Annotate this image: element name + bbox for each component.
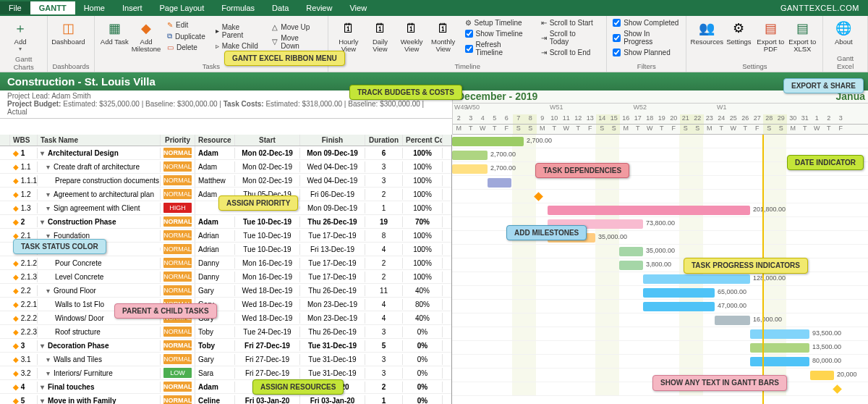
col-priority[interactable]: Priority (161, 135, 195, 146)
daily-view-button[interactable]: 🗓Daily View (365, 18, 396, 57)
gantt-bar[interactable] (750, 343, 809, 353)
callout-ribbon: GANTT EXCEL RIBBON MENU (224, 51, 345, 66)
callout-bartext: SHOW ANY TEXT IN GANTT BARS (652, 375, 787, 391)
gantt-bar[interactable] (619, 247, 643, 256)
table-row[interactable]: ◆ 1.1.1 Prepare construction documents N… (0, 174, 451, 188)
table-row[interactable]: ◆ 2.1.2 Pour Concrete NORMAL Danny Mon 1… (0, 256, 451, 270)
calendar-icon: 🗓 (372, 20, 389, 37)
gantt-bar[interactable] (810, 371, 834, 380)
make-parent-button[interactable]: ▸Make Parent (213, 22, 265, 40)
move-down-button[interactable]: ▽Move Down (270, 33, 320, 51)
callout-progress: TASK PROGRESS INDICATORS (684, 258, 808, 274)
tab-page-layout[interactable]: Page Layout (150, 1, 213, 14)
table-header: WBS Task Name Priority Resource Start Fi… (0, 135, 451, 146)
gantt-bar[interactable] (452, 151, 488, 160)
monthly-view-button[interactable]: 🗓Monthly View (427, 18, 459, 57)
duplicate-button[interactable]: ⧉Duplicate (165, 31, 208, 41)
gantt-bar[interactable] (452, 137, 524, 146)
gantt-milestone[interactable] (833, 384, 842, 394)
col-start[interactable]: Start (235, 135, 300, 146)
milestone-icon: ◆ (137, 20, 155, 37)
gantt-bar[interactable] (715, 316, 750, 325)
gantt-bar[interactable] (452, 164, 488, 174)
about-icon: 🌐 (835, 20, 852, 37)
brand-label: GANTTEXCEL.COM (780, 4, 868, 12)
table-row[interactable]: ◆ 3 ▾Decoration Phase NORMAL Toby Fri 27… (0, 339, 451, 353)
dashboard-button[interactable]: ◫Dashboard (52, 18, 84, 47)
show-inprogress-check[interactable]: Show In Progress (611, 29, 681, 46)
plus-icon: ＋ (12, 20, 29, 37)
callout-deps: TASK DEPENDENCIES (535, 163, 629, 178)
add-milestone-button[interactable]: ◆Add Milestone (130, 18, 162, 55)
tab-view[interactable]: View (341, 1, 375, 14)
table-row[interactable]: ◆ 2.2.1 Walls to 1st Flo NORMAL Gary Wed… (0, 298, 451, 311)
add-task-button[interactable]: ▦Add Task (99, 18, 130, 55)
callout-export: EXPORT & SHARE (783, 78, 864, 93)
group-dash-label: Dashboards (52, 61, 89, 70)
show-completed-check[interactable]: Show Completed (611, 18, 681, 28)
tab-data[interactable]: Data (263, 1, 297, 14)
gantt-bar[interactable] (643, 302, 715, 311)
about-button[interactable]: 🌐About (827, 18, 859, 47)
callout-date: DATE INDICATOR (787, 155, 864, 170)
delete-button[interactable]: ▭Delete (165, 43, 208, 52)
table-row[interactable]: ◆ 4 ▾Final touches NORMAL Adam 02-Jan-20… (0, 380, 451, 394)
tab-review[interactable]: Review (297, 1, 341, 14)
col-finish[interactable]: Finish (300, 135, 365, 146)
col-resource[interactable]: Resource (195, 135, 235, 146)
tab-gantt[interactable]: GANTT (30, 1, 75, 14)
table-row[interactable]: ◆ 5 ▾Move in with Family NORMAL Celine F… (0, 394, 451, 404)
table-row[interactable]: ◆ 2.1.3 Level Concrete NORMAL Danny Mon … (0, 270, 451, 284)
group-timeline-label: Timeline (333, 61, 602, 70)
calendar-icon: 🗓 (403, 20, 420, 37)
add-button[interactable]: ＋Add▾ (4, 18, 36, 54)
scroll-today-button[interactable]: ⇥Scroll to Today (540, 29, 598, 46)
table-row[interactable]: ◆ 2.2.2 Windows/ Door NORMAL Gary Wed 18… (0, 311, 451, 325)
gear-icon: ⚙ (730, 20, 747, 37)
tab-home[interactable]: Home (75, 1, 114, 14)
dashboard-icon: ◫ (59, 20, 77, 37)
col-percent[interactable]: Percent Complete (403, 135, 443, 146)
scroll-end-button[interactable]: ⇥Scroll to End (540, 48, 598, 57)
setup-timeline-button[interactable]: ⚙Setup Timeline (464, 18, 531, 28)
ribbon-tabs: File GANTT Home Insert Page Layout Formu… (0, 0, 868, 16)
callout-status: TASK STATUS COLOR (13, 239, 106, 254)
show-planned-check[interactable]: Show Planned (611, 48, 681, 57)
show-timeline-check[interactable]: Show Timeline (464, 29, 531, 38)
tab-insert[interactable]: Insert (114, 1, 151, 14)
refresh-timeline-check[interactable]: Refresh Timeline (464, 40, 531, 57)
resources-button[interactable]: 👥Resources (691, 18, 723, 55)
gantt-bar[interactable] (643, 274, 750, 284)
export-xlsx-button[interactable]: ▤Export to XLSX (786, 18, 818, 55)
edit-button[interactable]: ✎Edit (165, 20, 208, 30)
table-row[interactable]: ◆ 1 ▾Architectural Design NORMAL Adam Mo… (0, 146, 451, 160)
callout-priority: ASSIGN PRIORITY (218, 195, 298, 211)
table-row[interactable]: ◆ 2.2.3 Roof structure NORMAL Toby Tue 2… (0, 325, 451, 339)
table-row[interactable]: ◆ 1.1 ▾Create draft of architecture NORM… (0, 160, 451, 174)
table-row[interactable]: ◆ 3.1 ▾Walls and Tiles NORMAL Gary Fri 2… (0, 353, 451, 366)
gantt-bar[interactable] (643, 288, 715, 298)
people-icon: 👥 (698, 20, 715, 37)
settings-button[interactable]: ⚙Settings (723, 18, 754, 55)
make-child-button[interactable]: ▹Make Child (213, 41, 265, 51)
gantt-bar[interactable] (488, 178, 511, 188)
col-wbs[interactable]: WBS (10, 135, 38, 146)
col-duration[interactable]: Duration (365, 135, 403, 146)
table-row[interactable]: ◆ 2.2 ▾Ground Floor NORMAL Gary Wed 18-D… (0, 284, 451, 298)
gantt-bar[interactable] (619, 261, 643, 270)
gantt-bar[interactable] (548, 206, 750, 215)
callout-parent: PARENT & CHILD TASKS (114, 303, 217, 319)
move-up-button[interactable]: △Move Up (270, 22, 320, 32)
gantt-bar[interactable] (750, 357, 809, 366)
table-row[interactable]: ◆ 2 ▾Construction Phase NORMAL Adam Tue … (0, 215, 451, 229)
tab-formulas[interactable]: Formulas (213, 1, 263, 14)
task-table: WBS Task Name Priority Resource Start Fi… (0, 135, 452, 404)
tab-file[interactable]: File (0, 1, 30, 14)
scroll-start-button[interactable]: ⇤Scroll to Start (540, 18, 598, 28)
gantt-bar[interactable] (750, 329, 809, 339)
export-pdf-button[interactable]: ▤Export to PDF (754, 18, 786, 55)
col-task[interactable]: Task Name (38, 135, 161, 146)
pencil-icon: ✎ (167, 21, 173, 29)
table-row[interactable]: ◆ 3.2 ▾Interiors/ Furniture LOW Sara Fri… (0, 366, 451, 380)
weekly-view-button[interactable]: 🗓Weekly View (396, 18, 427, 57)
